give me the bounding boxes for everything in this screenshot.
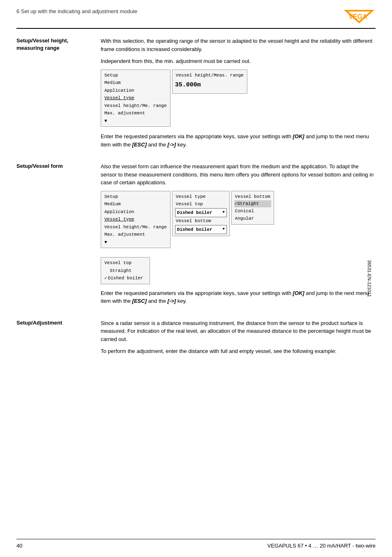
vessel-bottom-title: Vessel bottom	[234, 193, 271, 201]
esc-key-label: [ESC]	[132, 142, 147, 148]
ok-key-label2: [OK]	[293, 290, 304, 296]
lcd-menu-box-form: Setup Medium Application Vessel type Ves…	[101, 191, 171, 248]
lcd-meas-range-title: Vessel height/Meas. range	[175, 72, 244, 79]
section-content-vessel-form: Also the vessel form can influence the m…	[101, 162, 376, 309]
para2-vessel-height: Independent from this, the min. adjustme…	[101, 57, 376, 65]
vessel-top-menu-title: Vessel top	[104, 259, 146, 267]
lcd-item-max-adj: Max. adjustment	[104, 109, 168, 117]
vessel-top-label: Vessel top	[175, 200, 227, 208]
para2-text4: key.	[176, 298, 187, 304]
lcd-item-vessel-type: Vessel type	[104, 94, 168, 102]
section-label-adjustment: Setup/Adjustment	[16, 319, 92, 327]
chapter-title: 6 Set up with the indicating and adjustm…	[16, 8, 137, 14]
vega-logo: VEGA	[343, 8, 376, 25]
lcd-form-vessel-type: Vessel type	[104, 216, 168, 223]
model-info: VEGAPULS 67 • 4 … 20 mA/HART - two-wire	[267, 543, 376, 549]
vessel-bottom-straight: ✓Straight	[234, 200, 271, 207]
vessel-bottom-conical: Conical	[234, 207, 271, 215]
lcd-form-vessel-height: Vessel height/Me. range	[104, 223, 168, 231]
para2-adjustment: To perform the adjustment, enter the dis…	[101, 347, 376, 355]
logo-container: VEGA	[343, 8, 376, 25]
para1-vessel-form: Also the vessel form can influence the m…	[101, 162, 376, 187]
lcd-vessel-bottom-options: Vessel bottom ✓Straight Conical Angular	[231, 191, 274, 225]
vessel-bottom-dropdown[interactable]: Dished boiler ▼	[175, 225, 227, 234]
vessel-bottom-angular: Angular	[234, 215, 271, 223]
lcd-form-arrow-down: ▼	[104, 239, 168, 246]
lcd-menu-box: Setup Medium Application Vessel type Ves…	[101, 70, 171, 127]
lcd-meas-range-value: 35.000m	[175, 79, 244, 92]
section-label-text-adj: Setup/Adjustment	[16, 320, 62, 326]
lcd-form-setup: Setup	[104, 193, 168, 201]
lcd-form-max-adj: Max. adjustment	[104, 231, 168, 239]
dropdown-arrow-bottom: ▼	[222, 227, 224, 232]
para2-vessel-form: Enter the requested parameters via the a…	[101, 289, 376, 305]
lcd-item-medium: Medium	[104, 79, 168, 87]
svg-text:VEGA: VEGA	[348, 13, 367, 20]
vessel-top-menu-box: Vessel top Straight Dished boiler	[101, 257, 150, 284]
vessel-top-value: Dished boiler	[177, 209, 212, 216]
vessel-bottom-value: Dished boiler	[177, 226, 212, 233]
lcd-item-setup: Setup	[104, 72, 168, 79]
lcd-dropdowns-col: Vessel type Vessel top Dished boiler ▼ V…	[172, 191, 230, 237]
para3-vessel-height: Enter the requested parameters via the a…	[101, 132, 376, 149]
section-adjustment: Setup/Adjustment Since a radar sensor is…	[16, 319, 376, 360]
content-area: Setup/Vessel height, measuring range Wit…	[16, 37, 376, 360]
dropdown-arrow-top: ▼	[222, 210, 224, 216]
para3-text1: Enter the requested parameters via the a…	[101, 133, 293, 139]
section-content-adjustment: Since a radar sensor is a distance measu…	[101, 319, 376, 360]
page-number: 40	[16, 543, 22, 549]
lcd-item-vessel-height: Vessel height/Me. range	[104, 102, 168, 110]
section-content-vessel-height: With this selection, the operating range…	[101, 37, 376, 153]
page-header: 6 Set up with the indicating and adjustm…	[16, 8, 376, 29]
lcd-item-application: Application	[104, 87, 168, 95]
arrow-key-label: [->]	[168, 142, 176, 148]
esc-key-label2: [ESC]	[132, 298, 147, 304]
ok-key-label: [OK]	[293, 133, 304, 139]
side-document-id: 36531-EN-121011	[367, 260, 372, 297]
page-container: 6 Set up with the indicating and adjustm…	[0, 0, 392, 557]
section-label-vessel-form: Setup/Vessel form	[16, 162, 92, 170]
para3-text3: and the	[147, 142, 168, 148]
para2-text1: Enter the requested parameters via the a…	[101, 290, 293, 296]
para1-adjustment: Since a radar sensor is a distance measu…	[101, 319, 376, 343]
section-label-vessel-height: Setup/Vessel height, measuring range	[16, 37, 92, 52]
lcd-value-box: Vessel height/Meas. range 35.000m	[172, 70, 247, 94]
lcd-form-application: Application	[104, 208, 168, 216]
display-vessel-height: Setup Medium Application Vessel type Ves…	[101, 70, 376, 127]
section-label-text-form: Setup/Vessel form	[16, 163, 63, 169]
section-vessel-form: Setup/Vessel form Also the vessel form c…	[16, 162, 376, 309]
vessel-bottom-label: Vessel bottom	[175, 217, 227, 225]
vessel-top-dropdown[interactable]: Dished boiler ▼	[175, 208, 227, 218]
section-vessel-height: Setup/Vessel height, measuring range Wit…	[16, 37, 376, 153]
para2-text3: and the	[147, 298, 168, 304]
lcd-form-medium: Medium	[104, 200, 168, 208]
vessel-type-label: Vessel type	[175, 193, 227, 201]
para3-text4: key.	[176, 142, 187, 148]
vessel-top-menu-straight: Straight	[104, 267, 146, 275]
arrow-key-label2: [->]	[168, 298, 176, 304]
lcd-item-arrow-down: ▼	[104, 117, 168, 125]
page-footer: 40 VEGAPULS 67 • 4 … 20 mA/HART - two-wi…	[16, 539, 376, 549]
display-vessel-form: Setup Medium Application Vessel type Ves…	[101, 191, 376, 248]
section-label-text: Setup/Vessel height, measuring range	[16, 37, 68, 51]
para1-vessel-height: With this selection, the operating range…	[101, 37, 376, 53]
vessel-top-menu-dished: Dished boiler	[104, 274, 146, 282]
